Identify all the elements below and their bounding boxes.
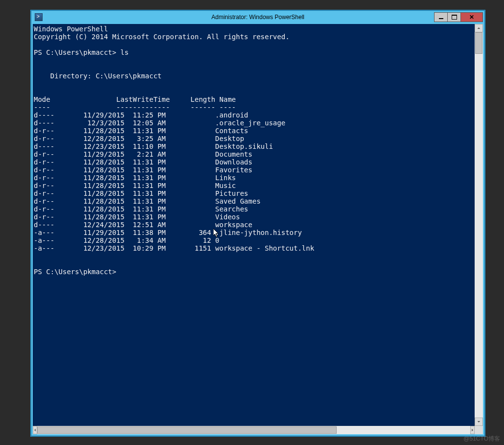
resize-grip[interactable] (475, 426, 483, 434)
chevron-left-icon (33, 428, 37, 432)
powershell-window: Administrator: Windows PowerShell ✕ Wind… (30, 10, 485, 437)
horizontal-scroll-thumb[interactable] (37, 426, 337, 434)
scroll-right-button[interactable] (470, 426, 475, 434)
chevron-right-icon (471, 428, 474, 432)
scroll-up-button[interactable] (475, 24, 483, 32)
horizontal-scrollbar[interactable] (33, 426, 483, 434)
maximize-icon (452, 15, 457, 20)
scroll-down-button[interactable] (475, 418, 483, 426)
maximize-button[interactable] (447, 12, 461, 22)
vertical-scroll-track[interactable] (475, 32, 483, 418)
terminal-output[interactable]: Windows PowerShell Copyright (C) 2014 Mi… (33, 24, 483, 426)
scroll-left-button[interactable] (33, 426, 37, 434)
titlebar[interactable]: Administrator: Windows PowerShell ✕ (31, 10, 485, 24)
client-area: Windows PowerShell Copyright (C) 2014 Mi… (33, 24, 483, 434)
window-title: Administrator: Windows PowerShell (31, 14, 485, 21)
minimize-icon (439, 18, 443, 20)
minimize-button[interactable] (434, 12, 448, 22)
vertical-scrollbar[interactable] (475, 24, 483, 426)
chevron-up-icon (477, 26, 481, 30)
horizontal-scroll-track[interactable] (37, 426, 470, 434)
close-button[interactable]: ✕ (460, 12, 483, 22)
chevron-down-icon (477, 420, 481, 423)
vertical-scroll-thumb[interactable] (475, 32, 482, 54)
window-buttons: ✕ (435, 12, 483, 22)
powershell-icon (35, 13, 43, 21)
close-icon: ✕ (469, 14, 474, 21)
watermark: @51CTO博客 (463, 435, 500, 443)
